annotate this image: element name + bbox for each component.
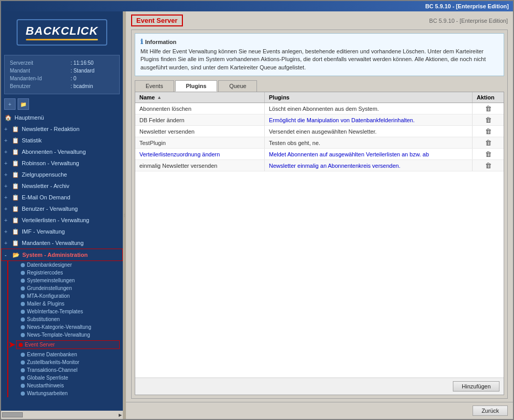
cell-name: Newsletter versenden — [135, 126, 265, 137]
back-button[interactable]: Zurück — [473, 405, 508, 416]
cell-plugin: Ermöglicht die Manipulation von Datenban… — [265, 114, 473, 125]
sidebar-subitem-substitutionen[interactable]: Substitutionen — [8, 315, 123, 323]
sidebar-subitem-news-template-verwaltung[interactable]: News-Template-Verwaltung — [8, 331, 123, 339]
dot-icon — [21, 317, 25, 322]
sidebar-subitem-grundeinstellungen[interactable]: Grundeinstellungen — [8, 284, 123, 292]
sidebar-item-label: Abonnenten - Verwaltung — [22, 149, 86, 155]
cell-name: Verteilerlistenzuordnung ändern — [135, 149, 265, 160]
sidebar-item-email-on-demand[interactable]: + 📋 E-Mail On Demand — [1, 192, 123, 203]
column-header-aktion: Aktion — [473, 92, 504, 103]
sidebar-item-label: Benutzer - Verwaltung — [22, 206, 78, 212]
add-button[interactable]: Hinzufügen — [453, 381, 499, 392]
dot-icon — [21, 310, 25, 314]
info-icon: ℹ — [140, 38, 143, 46]
folder-icon: 📋 — [11, 182, 20, 190]
sidebar-item-benutzer-verwaltung[interactable]: + 📋 Benutzer - Verwaltung — [1, 203, 123, 214]
sidebar-subitem-datenbankdesigner[interactable]: Datenbankdesigner — [8, 261, 123, 269]
subitem-label: Grundeinstellungen — [27, 285, 72, 291]
cell-action: 🗑 — [473, 149, 504, 160]
sidebar-icon-plus[interactable]: + — [4, 98, 16, 110]
delete-button[interactable]: 🗑 — [485, 127, 492, 135]
sidebar-item-system-administration[interactable]: - 📂 System - Administration — [1, 249, 123, 261]
sort-arrow-icon: ▲ — [157, 95, 162, 100]
sidebar-subitem-systemeinstellungen[interactable]: Systemeinstellungen — [8, 277, 123, 284]
content-panel: ℹ Information Mit Hilfe der Event Verwal… — [131, 30, 508, 399]
delete-button[interactable]: 🗑 — [485, 162, 492, 169]
dot-icon — [21, 302, 25, 306]
subitem-label: Mailer & Plugins — [27, 301, 64, 307]
sidebar-icon-bar: + 📁 — [1, 96, 123, 112]
scroll-right-btn[interactable]: ▶ — [119, 413, 122, 417]
subitem-label: Globale Sperrliste — [27, 375, 68, 381]
sidebar-item-label: Hauptmenü — [15, 114, 44, 121]
sidebar-subitem-mta-konfiguration[interactable]: MTA-Konfiguration — [8, 292, 123, 300]
table-footer: Hinzufügen — [135, 378, 504, 395]
page-title: Event Server — [131, 15, 183, 26]
expand-icon: + — [4, 171, 10, 178]
expand-icon: + — [4, 228, 10, 235]
sidebar-subitem-wartungsarbeiten[interactable]: Wartungsarbeiten — [8, 389, 123, 397]
sidebar-item-label: Robinson - Verwaltung — [22, 160, 79, 166]
sidebar-subitem-neustarthinweis[interactable]: Neustarthinweis — [8, 382, 123, 389]
delete-button[interactable]: 🗑 — [485, 150, 492, 158]
col-plugins-label: Plugins — [269, 94, 290, 100]
sidebar-item-hauptmenu[interactable]: 🏠 Hauptmenü — [1, 112, 123, 123]
folder-icon: 📋 — [11, 125, 20, 133]
sidebar-subitem-registriercodes[interactable]: Registriercodes — [8, 269, 123, 277]
subitem-label: Zustellbarkeits-Monitor — [27, 359, 79, 365]
info-box: ℹ Information Mit Hilfe der Event Verwal… — [135, 33, 504, 76]
dot-icon — [19, 343, 23, 347]
sidebar-item-label: Newsletter - Redaktion — [22, 126, 79, 132]
expand-icon: + — [4, 137, 10, 143]
sidebar-subitem-mailer-plugins[interactable]: Mailer & Plugins — [8, 300, 123, 308]
folder-open-icon: 📂 — [12, 251, 20, 259]
delete-button[interactable]: 🗑 — [485, 105, 492, 112]
subitem-label: Event Server — [25, 342, 55, 347]
cell-action: 🗑 — [473, 160, 504, 171]
delete-button[interactable]: 🗑 — [485, 139, 492, 147]
expand-icon: + — [4, 240, 10, 246]
sidebar-item-abonnenten-verwaltung[interactable]: + 📋 Abonnenten - Verwaltung — [1, 146, 123, 157]
sidebar-item-statistik[interactable]: + 📋 Statistik — [1, 135, 123, 146]
dot-icon — [21, 376, 25, 380]
sidebar-item-verteilerlisten-verwaltung[interactable]: + 📋 Verteilerlisten - Verwaltung — [1, 214, 123, 226]
tab-bar: Events Plugins Queue — [135, 80, 504, 92]
sidebar-item-zielgruppensuche[interactable]: + 📋 Zielgruppensuche — [1, 169, 123, 180]
sidebar-item-mandanten-verwaltung[interactable]: + 📋 Mandanten - Verwaltung — [1, 237, 123, 249]
tab-queue[interactable]: Queue — [218, 80, 257, 92]
sidebar-item-robinson-verwaltung[interactable]: + 📋 Robinson - Verwaltung — [1, 157, 123, 169]
main-content: Event Server BC 5.9.10 - [Enterprise Edi… — [126, 11, 513, 419]
delete-button[interactable]: 🗑 — [485, 116, 492, 124]
server-info: Serverzeit : 11:16:50 Mandant : Standard… — [4, 55, 120, 94]
tab-events[interactable]: Events — [135, 80, 174, 92]
sidebar-subitem-webinterface-templates[interactable]: WebInterface-Templates — [8, 308, 123, 315]
column-header-name: Name ▲ — [135, 92, 265, 103]
cell-action: 🗑 — [473, 126, 504, 137]
tab-label: Plugins — [186, 83, 207, 89]
cell-action: 🗑 — [473, 103, 504, 114]
folder-icon: 📋 — [11, 193, 20, 201]
subitem-label: Substitutionen — [27, 316, 60, 322]
sidebar-subitem-zustellbarkeits-monitor[interactable]: Zustellbarkeits-Monitor — [8, 358, 123, 366]
sidebar-subitem-event-server[interactable]: Event Server — [16, 340, 120, 349]
sidebar-subitem-externe-datenbanken[interactable]: Externe Datenbanken — [8, 351, 123, 358]
sidebar-item-newsletter-redaktion[interactable]: + 📋 Newsletter - Redaktion — [1, 123, 123, 135]
sidebar-subitem-globale-sperrliste[interactable]: Globale Sperrliste — [8, 374, 123, 382]
tab-label: Events — [146, 83, 163, 89]
sidebar-icon-folder[interactable]: 📁 — [18, 98, 29, 110]
client-id-value: : 0 — [69, 75, 115, 82]
dot-icon — [21, 271, 25, 275]
table-panel: Name ▲ Plugins Aktion — [135, 92, 504, 395]
subitem-label: Wartungsarbeiten — [27, 390, 68, 396]
logo-box: BACKCLICK — [17, 19, 108, 46]
sidebar-item-imf-verwaltung[interactable]: + 📋 IMF - Verwaltung — [1, 226, 123, 237]
sidebar-subitem-transaktions-channel[interactable]: Transaktions-Channel — [8, 366, 123, 374]
sidebar-subitem-news-kategorie-verwaltung[interactable]: News-Kategorie-Verwaltung — [8, 323, 123, 331]
sidebar-item-newsletter-archiv[interactable]: + 📋 Newsletter - Archiv — [1, 180, 123, 192]
sidebar-scrollbar-h[interactable]: ▶ — [1, 411, 123, 419]
subitem-label: News-Template-Verwaltung — [27, 332, 90, 338]
sidebar: BACKCLICK Serverzeit : 11:16:50 Mandant … — [1, 11, 123, 419]
client-id-label: Mandanten-Id — [9, 75, 68, 82]
column-header-plugins: Plugins — [265, 92, 473, 103]
tab-plugins[interactable]: Plugins — [175, 80, 218, 92]
